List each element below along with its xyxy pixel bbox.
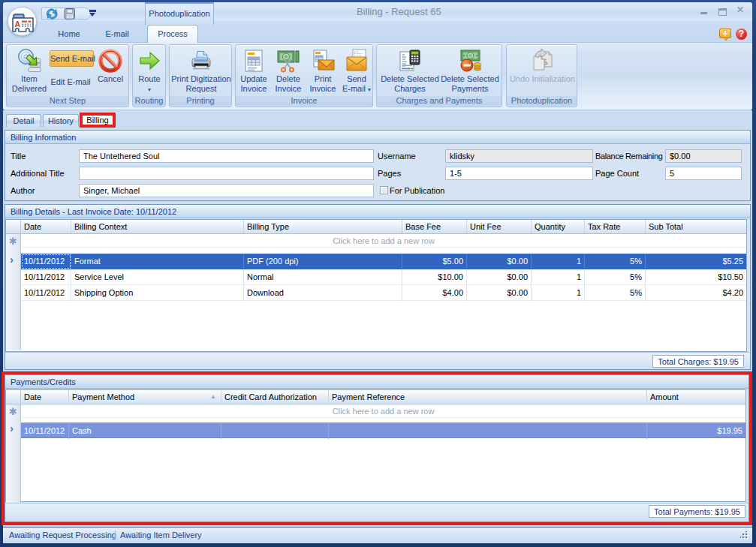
svg-text:A: A [15,20,21,29]
